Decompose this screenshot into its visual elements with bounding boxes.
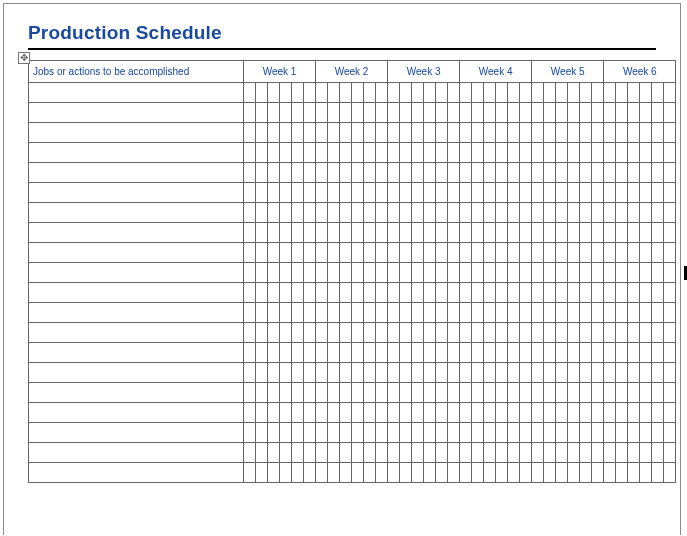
schedule-cell[interactable] <box>400 283 412 303</box>
schedule-cell[interactable] <box>268 103 280 123</box>
schedule-cell[interactable] <box>280 383 292 403</box>
schedule-cell[interactable] <box>340 363 352 383</box>
schedule-cell[interactable] <box>280 163 292 183</box>
schedule-cell[interactable] <box>376 183 388 203</box>
schedule-cell[interactable] <box>256 283 268 303</box>
schedule-cell[interactable] <box>532 243 544 263</box>
schedule-cell[interactable] <box>460 303 472 323</box>
schedule-cell[interactable] <box>640 103 652 123</box>
schedule-cell[interactable] <box>460 163 472 183</box>
schedule-cell[interactable] <box>580 163 592 183</box>
schedule-cell[interactable] <box>292 203 304 223</box>
schedule-cell[interactable] <box>316 383 328 403</box>
schedule-cell[interactable] <box>316 463 328 483</box>
schedule-cell[interactable] <box>436 423 448 443</box>
schedule-cell[interactable] <box>436 83 448 103</box>
schedule-cell[interactable] <box>256 423 268 443</box>
schedule-cell[interactable] <box>640 323 652 343</box>
schedule-cell[interactable] <box>412 303 424 323</box>
schedule-cell[interactable] <box>556 343 568 363</box>
schedule-cell[interactable] <box>652 303 664 323</box>
schedule-cell[interactable] <box>472 443 484 463</box>
schedule-cell[interactable] <box>484 463 496 483</box>
schedule-cell[interactable] <box>556 83 568 103</box>
schedule-cell[interactable] <box>544 83 556 103</box>
schedule-cell[interactable] <box>520 283 532 303</box>
schedule-cell[interactable] <box>424 103 436 123</box>
schedule-cell[interactable] <box>532 303 544 323</box>
jobs-cell[interactable] <box>29 283 244 303</box>
schedule-cell[interactable] <box>532 123 544 143</box>
schedule-cell[interactable] <box>304 163 316 183</box>
schedule-cell[interactable] <box>268 263 280 283</box>
schedule-cell[interactable] <box>544 203 556 223</box>
schedule-cell[interactable] <box>508 423 520 443</box>
table-row[interactable] <box>29 363 676 383</box>
schedule-cell[interactable] <box>244 283 256 303</box>
schedule-cell[interactable] <box>604 283 616 303</box>
schedule-cell[interactable] <box>436 323 448 343</box>
schedule-cell[interactable] <box>268 183 280 203</box>
schedule-cell[interactable] <box>352 423 364 443</box>
schedule-cell[interactable] <box>532 203 544 223</box>
schedule-cell[interactable] <box>652 163 664 183</box>
schedule-cell[interactable] <box>436 243 448 263</box>
schedule-cell[interactable] <box>388 143 400 163</box>
schedule-cell[interactable] <box>664 303 676 323</box>
schedule-cell[interactable] <box>364 263 376 283</box>
schedule-cell[interactable] <box>400 83 412 103</box>
schedule-cell[interactable] <box>400 243 412 263</box>
schedule-cell[interactable] <box>568 223 580 243</box>
schedule-cell[interactable] <box>424 403 436 423</box>
schedule-cell[interactable] <box>544 303 556 323</box>
schedule-cell[interactable] <box>520 143 532 163</box>
schedule-cell[interactable] <box>244 143 256 163</box>
schedule-cell[interactable] <box>628 103 640 123</box>
schedule-cell[interactable] <box>652 323 664 343</box>
schedule-cell[interactable] <box>508 383 520 403</box>
schedule-cell[interactable] <box>292 303 304 323</box>
schedule-cell[interactable] <box>448 403 460 423</box>
schedule-cell[interactable] <box>472 343 484 363</box>
schedule-cell[interactable] <box>664 103 676 123</box>
schedule-cell[interactable] <box>556 363 568 383</box>
schedule-cell[interactable] <box>328 203 340 223</box>
schedule-cell[interactable] <box>520 383 532 403</box>
schedule-cell[interactable] <box>616 283 628 303</box>
schedule-cell[interactable] <box>256 163 268 183</box>
schedule-cell[interactable] <box>580 243 592 263</box>
schedule-cell[interactable] <box>292 343 304 363</box>
schedule-cell[interactable] <box>388 263 400 283</box>
schedule-cell[interactable] <box>616 243 628 263</box>
schedule-cell[interactable] <box>628 143 640 163</box>
schedule-cell[interactable] <box>280 323 292 343</box>
schedule-cell[interactable] <box>580 263 592 283</box>
schedule-cell[interactable] <box>484 403 496 423</box>
schedule-cell[interactable] <box>592 203 604 223</box>
schedule-cell[interactable] <box>496 423 508 443</box>
schedule-cell[interactable] <box>436 383 448 403</box>
schedule-cell[interactable] <box>448 203 460 223</box>
schedule-cell[interactable] <box>556 283 568 303</box>
schedule-cell[interactable] <box>568 243 580 263</box>
schedule-cell[interactable] <box>652 443 664 463</box>
schedule-cell[interactable] <box>556 423 568 443</box>
schedule-cell[interactable] <box>412 423 424 443</box>
schedule-cell[interactable] <box>472 283 484 303</box>
schedule-cell[interactable] <box>664 423 676 443</box>
schedule-cell[interactable] <box>652 383 664 403</box>
jobs-cell[interactable] <box>29 423 244 443</box>
schedule-cell[interactable] <box>460 383 472 403</box>
schedule-cell[interactable] <box>328 363 340 383</box>
schedule-cell[interactable] <box>592 163 604 183</box>
schedule-cell[interactable] <box>436 223 448 243</box>
schedule-cell[interactable] <box>328 303 340 323</box>
schedule-cell[interactable] <box>448 263 460 283</box>
schedule-cell[interactable] <box>304 103 316 123</box>
schedule-cell[interactable] <box>376 163 388 183</box>
schedule-cell[interactable] <box>388 443 400 463</box>
schedule-cell[interactable] <box>256 83 268 103</box>
schedule-cell[interactable] <box>256 403 268 423</box>
schedule-cell[interactable] <box>256 243 268 263</box>
schedule-cell[interactable] <box>532 343 544 363</box>
